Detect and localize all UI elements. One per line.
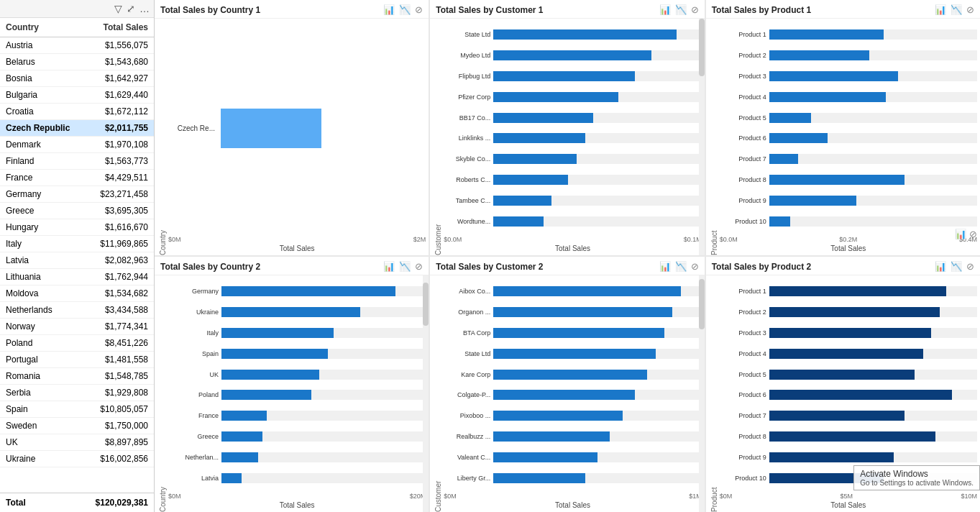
chart-prod1-bottom-icon2[interactable]: ⊘ — [969, 229, 977, 239]
bar-track — [769, 411, 977, 421]
chart-icon-pr2-bar2[interactable]: 📉 — [951, 261, 962, 272]
chart-icon-cust1-bar2[interactable]: 📉 — [675, 4, 687, 15]
bar-fill — [221, 473, 242, 483]
chart-icon-cust1-block[interactable]: ⊘ — [691, 4, 699, 15]
bar-row: Germany — [168, 285, 426, 298]
x-axis-title-product2: Total Sales — [720, 501, 977, 509]
bar-label: Poland — [168, 391, 219, 398]
row-sales: $1,642,927 — [83, 73, 148, 83]
scrollbar-customer1[interactable] — [699, 19, 705, 255]
x-axis-title-customer2: Total Sales — [444, 501, 701, 509]
table-row[interactable]: France$4,429,511 — [0, 170, 154, 186]
table-row[interactable]: Netherlands$3,434,588 — [0, 302, 154, 319]
scrollbar-country2[interactable] — [423, 275, 429, 512]
chart-icon-bar2[interactable]: 📉 — [399, 4, 411, 15]
chart-icon-co2-block[interactable]: ⊘ — [415, 261, 423, 272]
scrollbar-thumb-country2[interactable] — [423, 283, 429, 326]
table-row[interactable]: Norway$1,774,341 — [0, 319, 154, 335]
table-row[interactable]: Czech Republic$2,011,755 — [0, 120, 154, 137]
bar-track — [221, 390, 426, 400]
table-row[interactable]: Spain$10,805,057 — [0, 401, 154, 418]
bar-row: Product 5 — [720, 111, 977, 124]
bar-label: Spain — [168, 350, 219, 357]
row-country: Denmark — [6, 140, 83, 150]
bar-fill — [769, 370, 915, 380]
chart-icon-cust1-bar[interactable]: 📊 — [659, 4, 671, 15]
table-row[interactable]: Austria$1,556,075 — [0, 37, 154, 54]
table-row[interactable]: Hungary$1,616,670 — [0, 219, 154, 236]
bar-label: Pixoboo ... — [444, 412, 490, 419]
row-sales: $3,434,588 — [83, 305, 148, 315]
table-row[interactable]: Belarus$1,543,680 — [0, 54, 154, 70]
bar-track — [221, 452, 426, 462]
x-axis-title-country1: Total Sales — [168, 244, 426, 252]
bar-track — [221, 431, 426, 442]
table-row[interactable]: Serbia$1,929,808 — [0, 385, 154, 401]
bar-row: Product 7 — [720, 409, 977, 422]
chart-icon-prod1-block[interactable]: ⊘ — [966, 4, 974, 15]
table-row[interactable]: Sweden$1,750,000 — [0, 418, 154, 434]
table-row[interactable]: Germany$23,271,458 — [0, 186, 154, 203]
bar-row: Product 9 — [720, 194, 977, 207]
x-tick-p1-1: $0.2M — [839, 236, 857, 243]
col-header-country[interactable]: Country — [6, 22, 83, 32]
bar-label: Product 9 — [720, 454, 766, 461]
col-header-sales[interactable]: Total Sales — [83, 22, 148, 32]
chart-icon-co2-bar2[interactable]: 📉 — [399, 261, 411, 272]
table-row[interactable]: Finland$1,563,773 — [0, 153, 154, 170]
bar-label: BTA Corp — [444, 329, 490, 337]
bar-label: Product 2 — [720, 308, 766, 316]
windows-watermark-text1: Activate Windows — [860, 469, 974, 479]
bar-row: Poland — [168, 388, 426, 401]
more-icon[interactable]: … — [139, 3, 150, 14]
bar-row: Product 2 — [720, 49, 977, 62]
bar-track — [769, 92, 977, 102]
bar-track — [493, 113, 701, 123]
table-row[interactable]: Moldova$1,534,682 — [0, 285, 154, 302]
bar-fill — [221, 390, 311, 400]
table-row[interactable]: Ukraine$16,002,856 — [0, 451, 154, 467]
bar-fill — [221, 452, 258, 462]
x-tick-co2-0: $0M — [168, 493, 181, 500]
scrollbar-customer2[interactable] — [699, 275, 705, 512]
bar-fill — [769, 216, 790, 227]
row-country: France — [6, 173, 83, 183]
bar-track — [493, 154, 701, 164]
table-row[interactable]: UK$8,897,895 — [0, 434, 154, 451]
table-row[interactable]: Croatia$1,672,112 — [0, 104, 154, 120]
table-row[interactable]: Poland$8,451,226 — [0, 335, 154, 352]
scrollbar-thumb-customer2[interactable] — [699, 279, 705, 329]
bar-row: Skyble Co... — [444, 152, 701, 165]
table-row[interactable]: Lithuania$1,762,944 — [0, 269, 154, 285]
chart-icon-cu2-bar2[interactable]: 📉 — [675, 261, 687, 272]
table-row[interactable]: Bosnia$1,642,927 — [0, 70, 154, 87]
chart-icon-bar1[interactable]: 📊 — [383, 4, 395, 15]
chart-icon-prod1-bar2[interactable]: 📉 — [951, 4, 962, 15]
filter-icon[interactable]: ▽ — [114, 3, 122, 14]
table-row[interactable]: Denmark$1,970,108 — [0, 137, 154, 153]
scrollbar-thumb-customer1[interactable] — [699, 19, 705, 76]
expand-icon[interactable]: ⤢ — [127, 3, 135, 14]
bar-row: France — [168, 409, 426, 422]
table-row[interactable]: Bulgaria$1,629,440 — [0, 87, 154, 104]
bar-label: Tambee C... — [444, 197, 490, 204]
row-sales: $2,082,963 — [83, 255, 148, 265]
table-row[interactable]: Greece$3,695,305 — [0, 203, 154, 219]
bar-label: Greece — [168, 433, 219, 440]
chart-icon-pr2-bar[interactable]: 📊 — [935, 261, 946, 272]
chart-icon-pr2-block[interactable]: ⊘ — [966, 261, 974, 272]
chart-icon-prod1-bar[interactable]: 📊 — [935, 4, 946, 15]
table-row[interactable]: Portugal$1,481,558 — [0, 352, 154, 368]
x-axis-customer2: $0M $1M Total Sales — [444, 491, 701, 512]
chart-icon-co2-bar[interactable]: 📊 — [383, 261, 395, 272]
chart-prod1-bottom-icon1[interactable]: 📊 — [955, 229, 966, 239]
table-row[interactable]: Latvia$2,082,963 — [0, 252, 154, 269]
bar-row: Pixoboo ... — [444, 409, 701, 422]
chart-icon-block[interactable]: ⊘ — [415, 4, 423, 15]
chart-icon-cu2-bar[interactable]: 📊 — [659, 261, 671, 272]
chart-product1-inner: Product 1 Product 2 Product 3 Product 4 … — [720, 22, 977, 255]
chart-icon-cu2-block[interactable]: ⊘ — [691, 261, 699, 272]
table-row[interactable]: Romania$1,548,785 — [0, 368, 154, 385]
bar-label: BB17 Co... — [444, 114, 490, 122]
table-row[interactable]: Italy$11,969,865 — [0, 236, 154, 252]
